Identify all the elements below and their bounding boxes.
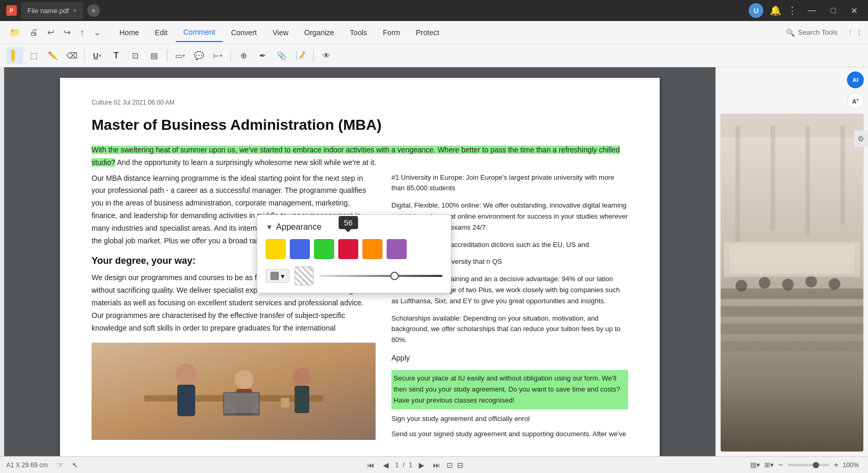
opacity-pattern[interactable] xyxy=(295,266,314,285)
upload-icon[interactable]: ↑ xyxy=(848,27,853,38)
menu-item-view[interactable]: View xyxy=(265,23,296,42)
sticky-note-button[interactable]: 📝 xyxy=(292,47,309,64)
dropdown-arrow-icon: ▾ xyxy=(281,272,285,280)
print-icon[interactable]: 🖨 xyxy=(26,26,41,39)
crop-button[interactable]: ⊡ xyxy=(127,47,144,64)
translate-label: A♦ xyxy=(852,97,859,105)
first-page-button[interactable]: ⏮ xyxy=(365,460,377,470)
doc-right-col: #1 University in Europe: Join Europe's l… xyxy=(391,172,628,446)
opacity-slider-container xyxy=(319,275,442,277)
svg-point-2 xyxy=(176,364,197,385)
tab-title: File name.pdf xyxy=(27,7,69,15)
rect-arrow: ▾ xyxy=(183,53,185,58)
color-swatch-red[interactable] xyxy=(338,239,358,259)
last-page-button[interactable]: ⏭ xyxy=(431,460,442,470)
menu-item-form[interactable]: Form xyxy=(376,23,408,42)
callout-button[interactable]: 💬 xyxy=(190,47,207,64)
zoom-level: 100% xyxy=(843,461,862,469)
status-right: ▤▾ ⊞▾ − + 100% xyxy=(750,460,862,470)
translate-button[interactable]: A♦ xyxy=(847,92,864,109)
minimize-button[interactable]: — xyxy=(803,4,820,17)
menu-item-organize[interactable]: Organize xyxy=(297,23,341,42)
new-tab-button[interactable]: + xyxy=(87,4,100,17)
menu-item-convert[interactable]: Convert xyxy=(224,23,264,42)
send-text: Send us your signed study agreement and … xyxy=(391,429,628,440)
opacity-slider[interactable] xyxy=(319,275,442,277)
right-panel-adjust-button[interactable]: ⚙ xyxy=(853,130,868,147)
search-tools-button[interactable]: 🔍 Search Tools xyxy=(780,26,844,39)
signature-button[interactable]: ✒ xyxy=(254,47,271,64)
folder-icon[interactable]: 📁 xyxy=(6,25,23,39)
toolbar-sep-1 xyxy=(84,49,85,62)
color-swatch-blue[interactable] xyxy=(290,239,310,259)
svg-point-24 xyxy=(805,276,817,287)
user-avatar[interactable]: U xyxy=(749,3,763,18)
highlight-tool-button[interactable]: ▌ xyxy=(6,47,23,64)
menu-item-edit[interactable]: Edit xyxy=(147,23,175,42)
textbox-icon: ▤ xyxy=(150,51,158,60)
fit-width-button[interactable]: ⊟ xyxy=(457,461,463,469)
ai-assistant-button[interactable]: AI xyxy=(847,71,864,88)
search-tools-label: Search Tools xyxy=(798,28,837,36)
review-button[interactable]: 👁 xyxy=(318,47,335,64)
color-swatch-orange[interactable] xyxy=(362,239,382,259)
pointer-tool-icon[interactable]: ↖ xyxy=(72,461,78,469)
share-icon[interactable]: ↑ xyxy=(77,26,87,39)
zoom-slider[interactable] xyxy=(788,464,830,466)
close-button[interactable]: ✕ xyxy=(846,4,862,18)
pencil-button[interactable]: ✏️ xyxy=(44,47,61,64)
opacity-tooltip: 56 xyxy=(339,216,358,229)
eraser-button[interactable]: ⌫ xyxy=(63,47,80,64)
color-swatch-yellow[interactable] xyxy=(266,239,286,259)
more-options-icon[interactable]: ⋮ xyxy=(788,5,797,16)
next-page-button[interactable]: ▶ xyxy=(417,460,427,470)
toolbar: ▌ ⬚ ✏️ ⌫ U ▾ T ⊡ ▤ ▭ ▾ 💬 ⊢ ▾ ⊕ ✒ 📎 📝 xyxy=(0,44,868,67)
maximize-button[interactable]: □ xyxy=(826,4,840,17)
expand-icon[interactable]: ↕ xyxy=(857,27,862,38)
doc-meta: Culture 02 Jul 2021 06:00 AM xyxy=(92,99,628,106)
document-area[interactable]: Culture 02 Jul 2021 06:00 AM Master of B… xyxy=(4,67,715,456)
menu-item-comment[interactable]: Comment xyxy=(176,23,223,42)
left-sidebar xyxy=(0,67,4,456)
signature-icon: ✒ xyxy=(259,51,266,60)
color-swatch-green[interactable] xyxy=(314,239,334,259)
download-icon[interactable]: ⌄ xyxy=(90,25,104,39)
measure-arrow: ▾ xyxy=(220,53,223,58)
layout-mode-btn[interactable]: ⊞▾ xyxy=(764,461,774,469)
color-swatch-purple[interactable] xyxy=(387,239,407,259)
menu-item-tools[interactable]: Tools xyxy=(342,23,375,42)
prev-page-button[interactable]: ◀ xyxy=(381,460,391,470)
slider-thumb[interactable] xyxy=(390,272,399,280)
cursor-tool-icon[interactable]: ☞ xyxy=(56,460,64,470)
fit-page-button[interactable]: ⊡ xyxy=(447,461,453,469)
notification-icon[interactable]: 🔔 xyxy=(770,5,781,16)
svg-rect-10 xyxy=(281,398,289,407)
appearance-chevron-icon[interactable]: ▼ xyxy=(266,223,273,231)
doc-title: Master of Business Administration (MBA) xyxy=(92,117,628,133)
zoom-out-button[interactable]: − xyxy=(778,460,783,470)
zoom-in-button[interactable]: + xyxy=(834,460,839,470)
view-mode-btn[interactable]: ▤▾ xyxy=(750,461,760,469)
underline-button[interactable]: U ▾ xyxy=(89,47,106,64)
svg-point-4 xyxy=(235,370,254,389)
close-tab-button[interactable]: × xyxy=(73,7,77,14)
text-button[interactable]: T xyxy=(108,47,125,64)
textbox-button[interactable]: ▤ xyxy=(146,47,163,64)
svg-point-23 xyxy=(782,279,794,290)
measure-button[interactable]: ⊢ ▾ xyxy=(209,47,226,64)
main-area: Culture 02 Jul 2021 06:00 AM Master of B… xyxy=(0,67,868,456)
attach-button[interactable]: 📎 xyxy=(273,47,290,64)
stamp-button[interactable]: ⊕ xyxy=(235,47,252,64)
page-current: 1 xyxy=(395,461,399,469)
fill-color-button[interactable]: ▾ xyxy=(266,269,289,283)
pdf-tab[interactable]: File name.pdf × xyxy=(21,2,83,19)
menu-item-protect[interactable]: Protect xyxy=(408,23,446,42)
undo-icon[interactable]: ↩ xyxy=(44,25,57,39)
review-icon: 👁 xyxy=(322,51,330,60)
rectangle-button[interactable]: ▭ ▾ xyxy=(171,47,188,64)
select-area-button[interactable]: ⬚ xyxy=(25,47,42,64)
zoom-thumb[interactable] xyxy=(813,462,819,468)
menu-nav: Home Edit Comment Convert View Organize … xyxy=(112,23,780,42)
redo-icon[interactable]: ↪ xyxy=(60,25,74,39)
menu-item-home[interactable]: Home xyxy=(112,23,146,42)
